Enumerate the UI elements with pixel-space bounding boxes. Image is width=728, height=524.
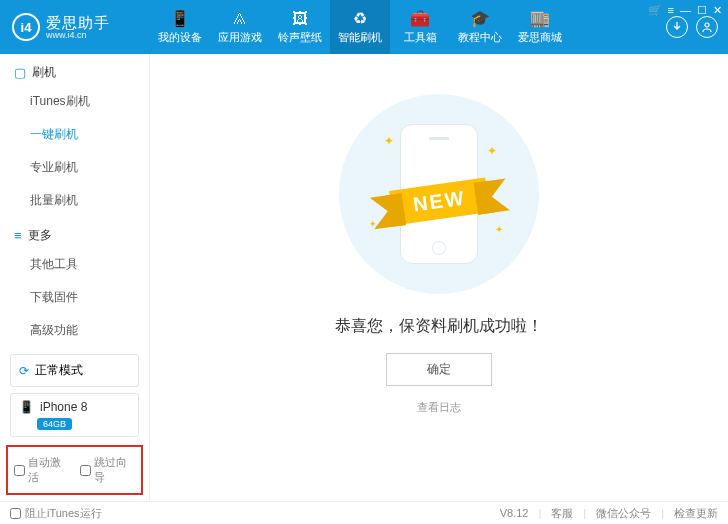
mode-refresh-icon: ⟳ xyxy=(19,364,29,378)
sidebar: ▢ 刷机 iTunes刷机 一键刷机 专业刷机 批量刷机 ≡ 更多 其他工具 下… xyxy=(0,54,150,501)
close-icon[interactable]: ✕ xyxy=(713,4,722,17)
separator: | xyxy=(538,507,541,519)
section-title: 刷机 xyxy=(32,64,56,81)
store-icon: 🏬 xyxy=(530,9,550,28)
separator: | xyxy=(583,507,586,519)
skip-guide-checkbox[interactable]: 跳过向导 xyxy=(80,455,136,485)
nav-ringtones[interactable]: 🖼 铃声壁纸 xyxy=(270,0,330,54)
mode-box[interactable]: ⟳ 正常模式 xyxy=(10,354,139,387)
more-icon: ≡ xyxy=(14,228,22,243)
sidebar-item-itunes-flash[interactable]: iTunes刷机 xyxy=(30,85,149,118)
device-icon: ▢ xyxy=(14,65,26,80)
sidebar-item-batch-flash[interactable]: 批量刷机 xyxy=(30,184,149,217)
auto-activate-input[interactable] xyxy=(14,465,25,476)
header-right xyxy=(666,16,728,38)
checkbox-label: 跳过向导 xyxy=(94,455,136,485)
nav-toolbox[interactable]: 🧰 工具箱 xyxy=(390,0,450,54)
header: i4 爱思助手 www.i4.cn 📱 我的设备 ⩓ 应用游戏 🖼 铃声壁纸 ♻… xyxy=(0,0,728,54)
separator: | xyxy=(661,507,664,519)
image-icon: 🖼 xyxy=(292,10,308,28)
phone-icon: 📱 xyxy=(170,9,190,28)
logo-area: i4 爱思助手 www.i4.cn xyxy=(0,13,150,41)
maximize-icon[interactable]: ☐ xyxy=(697,4,707,17)
version-label: V8.12 xyxy=(500,507,529,519)
view-log-link[interactable]: 查看日志 xyxy=(417,400,461,415)
download-icon[interactable] xyxy=(666,16,688,38)
footer: 阻止iTunes运行 V8.12 | 客服 | 微信公众号 | 检查更新 xyxy=(0,501,728,524)
nav-label: 智能刷机 xyxy=(338,30,382,45)
nav-label: 铃声壁纸 xyxy=(278,30,322,45)
wechat-link[interactable]: 微信公众号 xyxy=(596,506,651,521)
brand-name: 爱思助手 xyxy=(46,15,110,30)
sidebar-section-flash: ▢ 刷机 xyxy=(0,54,149,85)
star-icon: ✦ xyxy=(487,144,497,158)
block-itunes-input[interactable] xyxy=(10,508,21,519)
options-highlight: 自动激活 跳过向导 xyxy=(6,445,143,495)
nav-store[interactable]: 🏬 爱思商城 xyxy=(510,0,570,54)
sidebar-item-download-firmware[interactable]: 下载固件 xyxy=(30,281,149,314)
block-itunes-checkbox[interactable]: 阻止iTunes运行 xyxy=(10,506,102,521)
check-update-link[interactable]: 检查更新 xyxy=(674,506,718,521)
nav-label: 工具箱 xyxy=(404,30,437,45)
apps-icon: ⩓ xyxy=(232,10,248,28)
sidebar-item-pro-flash[interactable]: 专业刷机 xyxy=(30,151,149,184)
brand-url: www.i4.cn xyxy=(46,30,110,40)
star-icon: ✦ xyxy=(495,224,503,235)
window-controls: 🛒 ≡ — ☐ ✕ xyxy=(648,4,722,17)
main-nav: 📱 我的设备 ⩓ 应用游戏 🖼 铃声壁纸 ♻ 智能刷机 🧰 工具箱 🎓 教程中心… xyxy=(150,0,666,54)
nav-label: 我的设备 xyxy=(158,30,202,45)
logo-icon: i4 xyxy=(12,13,40,41)
device-phone-icon: 📱 xyxy=(19,400,34,414)
device-name: iPhone 8 xyxy=(40,400,87,414)
support-link[interactable]: 客服 xyxy=(551,506,573,521)
minimize-icon[interactable]: — xyxy=(680,4,691,17)
cart-icon[interactable]: 🛒 xyxy=(648,4,662,17)
checkbox-label: 阻止iTunes运行 xyxy=(25,506,102,521)
nav-tutorials[interactable]: 🎓 教程中心 xyxy=(450,0,510,54)
sidebar-item-oneclick-flash[interactable]: 一键刷机 xyxy=(30,118,149,151)
sidebar-section-more: ≡ 更多 xyxy=(0,217,149,248)
nav-label: 爱思商城 xyxy=(518,30,562,45)
nav-label: 教程中心 xyxy=(458,30,502,45)
sidebar-item-advanced[interactable]: 高级功能 xyxy=(30,314,149,347)
storage-badge: 64GB xyxy=(37,418,72,430)
user-icon[interactable] xyxy=(696,16,718,38)
menu-icon[interactable]: ≡ xyxy=(668,4,674,17)
nav-my-device[interactable]: 📱 我的设备 xyxy=(150,0,210,54)
nav-apps-games[interactable]: ⩓ 应用游戏 xyxy=(210,0,270,54)
success-illustration: ✦ ✦ ✦ ✦ NEW xyxy=(339,94,539,294)
main-content: ✦ ✦ ✦ ✦ NEW 恭喜您，保资料刷机成功啦！ 确定 查看日志 xyxy=(150,54,728,501)
checkbox-label: 自动激活 xyxy=(28,455,70,485)
toolbox-icon: 🧰 xyxy=(410,9,430,28)
success-message: 恭喜您，保资料刷机成功啦！ xyxy=(335,316,543,337)
ok-button[interactable]: 确定 xyxy=(386,353,492,386)
auto-activate-checkbox[interactable]: 自动激活 xyxy=(14,455,70,485)
book-icon: 🎓 xyxy=(470,9,490,28)
device-box[interactable]: 📱 iPhone 8 64GB xyxy=(10,393,139,437)
mode-label: 正常模式 xyxy=(35,362,83,379)
nav-smart-flash[interactable]: ♻ 智能刷机 xyxy=(330,0,390,54)
refresh-icon: ♻ xyxy=(353,9,367,28)
skip-guide-input[interactable] xyxy=(80,465,91,476)
section-title: 更多 xyxy=(28,227,52,244)
nav-label: 应用游戏 xyxy=(218,30,262,45)
sidebar-item-other-tools[interactable]: 其他工具 xyxy=(30,248,149,281)
star-icon: ✦ xyxy=(384,134,394,148)
svg-point-0 xyxy=(705,23,709,27)
